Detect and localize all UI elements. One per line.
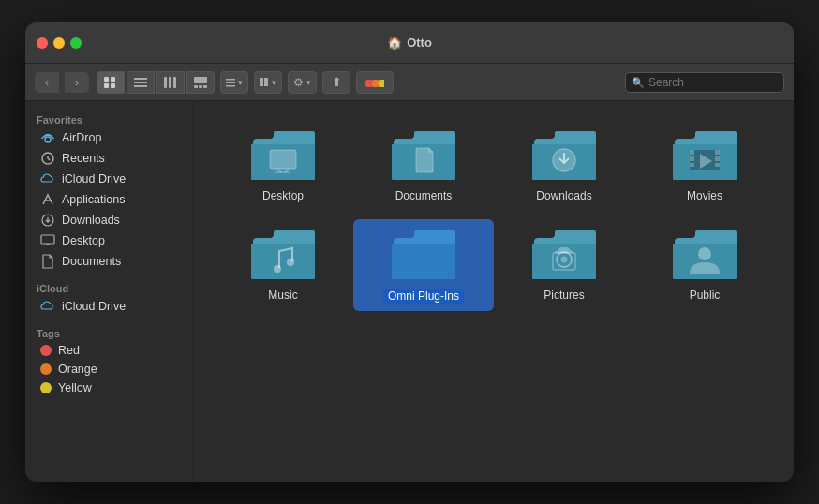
svg-rect-31 bbox=[270, 150, 296, 169]
svg-rect-1 bbox=[111, 77, 115, 82]
svg-rect-17 bbox=[260, 78, 263, 82]
svg-rect-13 bbox=[203, 85, 207, 88]
desktop-icon bbox=[40, 233, 55, 248]
recents-icon bbox=[40, 151, 55, 166]
sort-dropdown[interactable]: ▾ bbox=[220, 71, 248, 94]
forward-button[interactable]: › bbox=[65, 72, 89, 93]
folder-content: Desktop Documents bbox=[194, 101, 794, 482]
svg-rect-7 bbox=[164, 77, 167, 88]
svg-rect-6 bbox=[134, 85, 147, 87]
svg-rect-8 bbox=[169, 77, 171, 88]
sidebar-item-desktop[interactable]: Desktop bbox=[29, 230, 189, 251]
svg-point-47 bbox=[561, 257, 568, 263]
search-wrap: 🔍 bbox=[625, 72, 784, 93]
documents-icon bbox=[40, 254, 55, 269]
applications-icon bbox=[40, 192, 55, 207]
svg-rect-18 bbox=[264, 78, 268, 82]
window-title: 🏠 Otto bbox=[387, 36, 432, 50]
list-view-button[interactable] bbox=[127, 71, 155, 94]
sidebar-item-icloud-drive[interactable]: iCloud Drive bbox=[29, 296, 189, 317]
back-button[interactable]: ‹ bbox=[35, 72, 59, 93]
title-icon: 🏠 bbox=[387, 36, 402, 50]
svg-rect-16 bbox=[226, 85, 235, 87]
omni-folder-icon bbox=[390, 227, 457, 283]
icloud-drive-icon bbox=[40, 299, 55, 314]
music-folder-icon bbox=[249, 227, 317, 283]
gallery-view-button[interactable] bbox=[186, 71, 215, 94]
omni-label: Omni Plug-Ins bbox=[383, 289, 464, 304]
desktop-label: Desktop bbox=[262, 189, 304, 202]
svg-rect-9 bbox=[173, 77, 176, 88]
movies-label: Movies bbox=[687, 189, 722, 202]
sidebar: Favorites AirDrop bbox=[25, 101, 194, 482]
pictures-label: Pictures bbox=[544, 289, 584, 302]
folder-omni-plug-ins[interactable]: Omni Plug-Ins bbox=[353, 219, 494, 311]
svg-point-44 bbox=[274, 265, 281, 273]
svg-point-49 bbox=[698, 247, 711, 260]
share-button[interactable]: ⬆ bbox=[322, 71, 350, 94]
toolbar: ‹ › ▾ ▾ ⚙ ▾ ⬆ bbox=[25, 64, 794, 101]
movies-folder-icon bbox=[671, 127, 738, 184]
view-group-icons bbox=[97, 71, 215, 94]
close-button[interactable] bbox=[37, 37, 48, 49]
main-content: Favorites AirDrop bbox=[25, 101, 794, 482]
pictures-folder-icon bbox=[530, 227, 598, 283]
icloud-fav-icon bbox=[40, 171, 55, 186]
svg-rect-28 bbox=[41, 235, 54, 244]
search-icon: 🔍 bbox=[632, 76, 645, 88]
svg-rect-42 bbox=[715, 163, 720, 167]
documents-label: Documents bbox=[395, 189, 453, 202]
minimize-button[interactable] bbox=[53, 37, 65, 49]
desktop-folder-icon bbox=[249, 127, 317, 184]
icloud-header: iCloud bbox=[25, 277, 193, 296]
svg-rect-0 bbox=[104, 77, 109, 82]
sidebar-item-recents[interactable]: Recents bbox=[29, 148, 189, 169]
svg-rect-23 bbox=[379, 80, 384, 87]
folder-movies[interactable]: Movies bbox=[634, 120, 775, 210]
column-view-button[interactable] bbox=[156, 71, 185, 94]
svg-rect-39 bbox=[690, 163, 694, 167]
svg-rect-41 bbox=[715, 156, 720, 161]
folder-desktop[interactable]: Desktop bbox=[213, 120, 353, 210]
folder-pictures[interactable]: Pictures bbox=[494, 219, 634, 311]
orange-tag-dot bbox=[40, 363, 52, 375]
folder-music[interactable]: Music bbox=[213, 219, 353, 311]
svg-rect-3 bbox=[111, 83, 115, 88]
sidebar-item-tag-yellow[interactable]: Yellow bbox=[29, 378, 189, 397]
downloads-icon bbox=[40, 213, 55, 228]
svg-rect-20 bbox=[264, 82, 268, 86]
folder-public[interactable]: Public bbox=[634, 219, 775, 311]
folder-downloads[interactable]: Downloads bbox=[494, 120, 634, 210]
icon-view-button[interactable] bbox=[97, 71, 125, 94]
maximize-button[interactable] bbox=[70, 37, 82, 49]
music-label: Music bbox=[268, 289, 297, 302]
svg-rect-22 bbox=[372, 80, 380, 87]
tags-header: Tags bbox=[25, 322, 193, 341]
sidebar-item-documents[interactable]: Documents bbox=[29, 251, 189, 272]
svg-rect-4 bbox=[134, 78, 147, 80]
favorites-header: Favorites bbox=[25, 109, 193, 127]
sidebar-item-tag-red[interactable]: Red bbox=[29, 341, 189, 360]
svg-rect-21 bbox=[365, 80, 373, 87]
sidebar-item-airdrop[interactable]: AirDrop bbox=[29, 127, 189, 148]
svg-rect-2 bbox=[104, 83, 109, 88]
public-label: Public bbox=[690, 289, 721, 302]
svg-rect-38 bbox=[690, 156, 694, 161]
svg-point-45 bbox=[287, 259, 294, 266]
public-folder-icon bbox=[671, 227, 738, 283]
search-input[interactable] bbox=[625, 72, 784, 93]
tag-button[interactable] bbox=[356, 71, 394, 94]
downloads-folder-icon bbox=[530, 127, 598, 184]
action-dropdown[interactable]: ⚙ ▾ bbox=[288, 71, 317, 94]
sidebar-item-tag-orange[interactable]: Orange bbox=[29, 360, 189, 378]
sidebar-item-applications[interactable]: Applications bbox=[29, 189, 189, 210]
sidebar-item-icloud-fav[interactable]: iCloud Drive bbox=[29, 169, 189, 189]
svg-rect-10 bbox=[194, 77, 207, 83]
sidebar-item-downloads[interactable]: Downloads bbox=[29, 210, 189, 230]
svg-rect-14 bbox=[226, 79, 235, 81]
svg-rect-37 bbox=[690, 150, 694, 155]
airdrop-icon bbox=[40, 130, 55, 145]
folder-documents[interactable]: Documents bbox=[353, 120, 494, 210]
group-dropdown[interactable]: ▾ bbox=[254, 71, 282, 94]
yellow-tag-dot bbox=[40, 382, 52, 393]
